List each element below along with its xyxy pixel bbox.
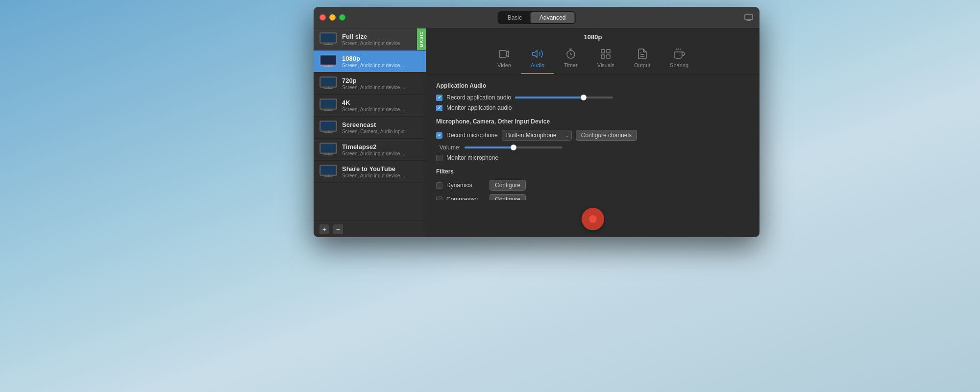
svg-rect-6 — [321, 78, 336, 86]
record-mic-row: Record microphone Built-in Microphone Ex… — [436, 130, 750, 141]
compressor-configure-button[interactable]: Configure — [490, 194, 526, 200]
add-button[interactable]: + — [319, 224, 329, 234]
record-app-audio-label: Record application audio — [446, 94, 511, 101]
basic-mode-button[interactable]: Basic — [499, 12, 531, 23]
item-info: 1080p Screen, Audio input device,... — [342, 55, 420, 68]
dynamics-configure-button[interactable]: Configure — [490, 180, 526, 191]
item-info: Screencast Screen, Camera, Audio input..… — [342, 121, 420, 134]
record-app-audio-row: Record application audio — [436, 94, 750, 101]
tab-timer[interactable]: Timer — [554, 45, 588, 74]
tab-audio[interactable]: Audio — [521, 45, 554, 74]
title-bar: Basic Advanced — [314, 7, 760, 28]
volume-slider[interactable] — [465, 147, 563, 148]
monitor-icon — [319, 143, 337, 156]
svg-rect-18 — [607, 49, 610, 53]
app-audio-slider-thumb[interactable] — [581, 95, 587, 100]
item-name: Share to YouTube — [342, 165, 420, 172]
item-info: Full size Screen, Audio input device — [342, 33, 420, 46]
tab-sharing-label: Sharing — [670, 62, 688, 68]
tab-video[interactable]: Video — [488, 45, 521, 74]
sidebar-item-timelapse2[interactable]: Timelapse2 Screen, Audio input device,..… — [314, 139, 426, 161]
svg-rect-0 — [745, 15, 753, 20]
tab-bar: Video Audio — [426, 45, 760, 74]
sidebar-item-4k[interactable]: 4K Screen, Audio input device,... — [314, 95, 426, 117]
tab-timer-label: Timer — [564, 62, 578, 68]
dynamics-row: Dynamics Configure — [436, 180, 750, 191]
minimize-button[interactable] — [329, 14, 336, 21]
svg-rect-12 — [321, 144, 336, 152]
item-desc: Screen, Audio input device,... — [342, 85, 420, 90]
maximize-button[interactable] — [339, 14, 345, 21]
record-mic-checkbox[interactable] — [436, 132, 442, 139]
dynamics-checkbox[interactable] — [436, 182, 442, 189]
mic-select-wrapper: Built-in Microphone External Microphone … — [502, 130, 572, 141]
item-name: 4K — [342, 99, 420, 106]
monitor-icon — [319, 32, 337, 46]
filters-title: Filters — [436, 168, 750, 175]
monitor-app-audio-label: Monitor application audio — [446, 104, 512, 111]
sidebar-item-1080p[interactable]: 1080p Screen, Audio input device,... — [314, 50, 426, 73]
svg-rect-2 — [321, 34, 336, 42]
close-button[interactable] — [319, 14, 326, 21]
panel-header: 1080p Video — [426, 28, 760, 74]
basic-badge: BASIC — [417, 28, 426, 50]
visuals-icon — [599, 48, 612, 60]
svg-rect-14 — [321, 166, 336, 174]
tab-sharing[interactable]: Sharing — [660, 45, 698, 74]
record-app-audio-checkbox[interactable] — [436, 95, 442, 101]
compressor-checkbox[interactable] — [436, 196, 442, 200]
volume-slider-thumb[interactable] — [511, 145, 516, 150]
volume-slider-fill — [465, 147, 514, 148]
svg-rect-19 — [601, 55, 605, 58]
app-audio-title: Application Audio — [436, 82, 750, 89]
item-name: Screencast — [342, 121, 420, 128]
panel-footer — [426, 200, 760, 237]
item-info: Timelapse2 Screen, Audio input device,..… — [342, 143, 420, 156]
monitor-icon — [319, 76, 337, 90]
panel-title: 1080p — [426, 33, 760, 41]
sidebar-item-720p[interactable]: 720p Screen, Audio input device,... — [314, 73, 426, 95]
tab-output[interactable]: Output — [624, 45, 660, 74]
sidebar-item-screencast[interactable]: Screencast Screen, Camera, Audio input..… — [314, 117, 426, 139]
record-button[interactable] — [582, 208, 604, 230]
advanced-mode-button[interactable]: Advanced — [531, 12, 574, 23]
audio-icon — [531, 48, 544, 60]
mic-select[interactable]: Built-in Microphone External Microphone … — [502, 130, 572, 141]
monitor-icon — [319, 165, 337, 178]
monitor-mic-checkbox[interactable] — [436, 155, 442, 161]
monitor-icon — [319, 121, 337, 134]
monitor-app-audio-row: Monitor application audio — [436, 104, 750, 111]
dynamics-label: Dynamics — [446, 182, 486, 189]
svg-rect-8 — [321, 100, 336, 108]
compressor-row: Compressor Configure — [436, 194, 750, 200]
svg-rect-20 — [607, 55, 610, 58]
sharing-icon — [673, 48, 686, 60]
record-mic-label: Record microphone — [446, 132, 498, 139]
window-icon — [744, 14, 754, 22]
svg-rect-4 — [321, 56, 336, 64]
right-panel: 1080p Video — [426, 28, 760, 237]
svg-rect-15 — [499, 50, 506, 57]
sidebar-list: Full size Screen, Audio input device BAS… — [314, 28, 426, 220]
sidebar-item-full-size[interactable]: Full size Screen, Audio input device BAS… — [314, 28, 426, 50]
tab-visuals-label: Visuals — [597, 62, 614, 68]
volume-row: Volume: — [436, 144, 750, 151]
tab-output-label: Output — [634, 62, 650, 68]
panel-content: Application Audio Record application aud… — [426, 74, 760, 200]
item-desc: Screen, Audio input device,... — [342, 173, 420, 178]
record-button-inner — [589, 215, 597, 223]
tab-visuals[interactable]: Visuals — [588, 45, 624, 74]
tab-audio-label: Audio — [531, 62, 544, 68]
item-name: Timelapse2 — [342, 143, 420, 150]
timer-icon — [564, 48, 577, 60]
app-audio-slider[interactable] — [515, 97, 613, 98]
sidebar-footer: + − — [314, 220, 426, 237]
basic-badge-text: BASIC — [419, 31, 424, 47]
volume-label: Volume: — [436, 144, 461, 151]
svg-rect-10 — [321, 122, 336, 130]
remove-button[interactable]: − — [333, 224, 343, 234]
configure-channels-button[interactable]: Configure channels — [576, 130, 637, 141]
monitor-app-audio-checkbox[interactable] — [436, 105, 442, 111]
sidebar-item-share-youtube[interactable]: Share to YouTube Screen, Audio input dev… — [314, 161, 426, 183]
mode-switcher: Basic Advanced — [498, 11, 576, 24]
